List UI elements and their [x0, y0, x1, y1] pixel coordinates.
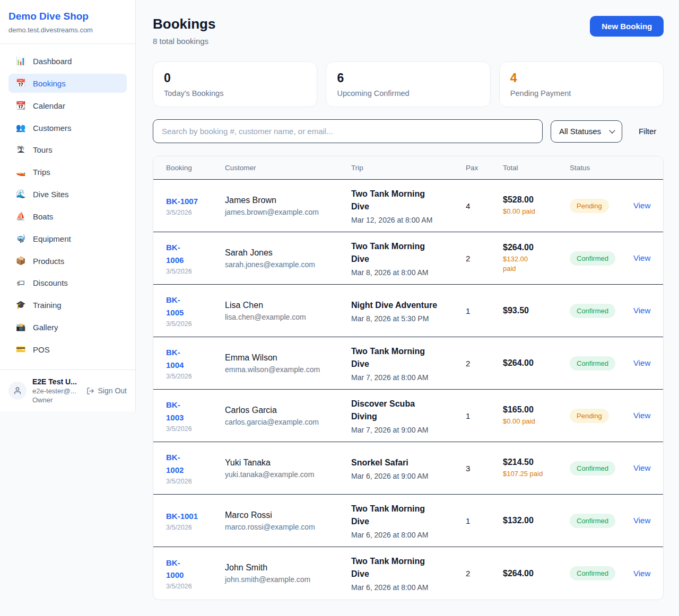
sidebar-item-label: POS	[33, 345, 50, 354]
sidebar-user-panel: E2E Test U... e2e-tester@... Owner Sign …	[0, 369, 135, 411]
sidebar-item-discounts[interactable]: 🏷Discounts	[8, 274, 127, 292]
status-badge: Confirmed	[570, 566, 615, 580]
status-select[interactable]: All Statuses	[551, 120, 622, 143]
filter-row: All Statuses Filter	[153, 119, 664, 143]
trip-cell: Two Tank Morning DiveMar 12, 2026 at 8:0…	[351, 188, 466, 224]
booking-date: 3/5/2026	[166, 583, 225, 590]
sidebar-item-label: Dashboard	[33, 57, 72, 66]
total-cell: $132.00	[503, 516, 570, 525]
sidebar-item-products[interactable]: 📦Products	[8, 251, 127, 270]
sidebar-item-label: Discounts	[33, 278, 68, 287]
view-link[interactable]: View	[633, 463, 650, 472]
trip-name: Two Tank Morning Dive	[351, 345, 440, 371]
search-input[interactable]	[153, 119, 543, 143]
table-row: BK-10033/5/2026Carlos Garciacarlos.garci…	[153, 390, 663, 442]
sidebar-item-bookings[interactable]: 📅Bookings	[8, 74, 127, 93]
total-cell: $93.50	[503, 306, 570, 315]
trip-datetime: Mar 7, 2026 at 8:00 AM	[351, 373, 466, 382]
calendar-icon: 📆	[15, 101, 26, 110]
view-link[interactable]: View	[633, 411, 650, 420]
user-email: e2e-tester@...	[32, 387, 77, 395]
booking-id-link[interactable]: BK-1000	[166, 557, 225, 582]
products-icon: 📦	[15, 256, 26, 266]
table-row: BK-10063/5/2026Sarah Jonessarah.jones@ex…	[153, 232, 663, 285]
sidebar-item-trips[interactable]: 🚤Trips	[8, 162, 127, 181]
status-badge: Confirmed	[570, 514, 615, 528]
sidebar-item-equipment[interactable]: 🤿Equipment	[8, 229, 127, 248]
sidebar-item-pos[interactable]: 💳POS	[8, 340, 127, 359]
trip-cell: Two Tank Morning DiveMar 8, 2026 at 8:00…	[351, 240, 466, 277]
customer-name: Emma Wilson	[225, 353, 351, 363]
view-link[interactable]: View	[633, 201, 650, 210]
sidebar-item-boats[interactable]: ⛵Boats	[8, 207, 127, 226]
trip-name: Two Tank Morning Dive	[351, 555, 440, 580]
action-cell: View	[633, 358, 650, 368]
total-amount: $132.00	[503, 516, 570, 525]
trip-cell: Two Tank Morning DiveMar 7, 2026 at 8:00…	[351, 345, 466, 382]
new-booking-button[interactable]: New Booking	[590, 16, 664, 37]
booking-id-link[interactable]: BK-1007	[166, 195, 225, 207]
paid-amount: $107.25 paid	[503, 469, 570, 479]
sidebar-nav: 📊Dashboard📅Bookings📆Calendar👥Customers🏝T…	[0, 44, 135, 369]
sidebar-item-label: Products	[33, 257, 64, 266]
booking-cell: BK-10053/5/2026	[166, 294, 225, 328]
booking-id-link[interactable]: BK-1003	[166, 399, 225, 424]
sidebar-item-dashboard[interactable]: 📊Dashboard	[8, 51, 127, 71]
sidebar-item-tours[interactable]: 🏝Tours	[8, 140, 127, 159]
status-cell: Confirmed	[570, 251, 633, 266]
total-amount: $165.00	[503, 405, 570, 415]
filter-button[interactable]: Filter	[639, 127, 656, 136]
trip-cell: Two Tank Morning DiveMar 6, 2026 at 8:00…	[351, 503, 466, 539]
paid-amount: $0.00 paid	[503, 207, 570, 216]
view-link[interactable]: View	[633, 358, 650, 367]
total-cell: $165.00$0.00 paid	[503, 405, 570, 426]
view-link[interactable]: View	[633, 253, 650, 262]
column-header-status: Status	[570, 164, 633, 172]
sidebar-item-label: Calendar	[33, 101, 65, 110]
booking-id-link[interactable]: BK-1002	[166, 451, 225, 476]
booking-date: 3/5/2026	[166, 373, 225, 380]
sidebar-item-label: Gallery	[33, 323, 58, 332]
gallery-icon: 📸	[15, 322, 26, 332]
stat-label: Upcoming Confirmed	[337, 89, 479, 98]
discounts-icon: 🏷	[15, 278, 26, 287]
stats-row: 0Today's Bookings6Upcoming Confirmed4Pen…	[153, 61, 664, 107]
status-cell: Confirmed	[570, 566, 633, 580]
sidebar-item-calendar[interactable]: 📆Calendar	[8, 96, 127, 115]
trip-datetime: Mar 6, 2026 at 9:00 AM	[351, 472, 466, 480]
action-cell: View	[633, 569, 650, 578]
table-header-row: BookingCustomerTripPaxTotalStatus	[153, 156, 663, 180]
stat-card-today-s-bookings: 0Today's Bookings	[153, 61, 317, 107]
sidebar-item-customers[interactable]: 👥Customers	[8, 118, 127, 137]
stat-value: 6	[337, 71, 479, 85]
user-role: Owner	[32, 396, 77, 404]
paid-amount: $0.00 paid	[503, 417, 570, 426]
sidebar-item-training[interactable]: 🎓Training	[8, 295, 127, 314]
sign-out-label: Sign Out	[98, 386, 127, 395]
view-link[interactable]: View	[633, 516, 650, 525]
sidebar-item-gallery[interactable]: 📸Gallery	[8, 318, 127, 337]
booking-id-link[interactable]: BK-1005	[166, 294, 225, 319]
stat-card-upcoming-confirmed: 6Upcoming Confirmed	[326, 61, 490, 107]
status-badge: Confirmed	[570, 356, 615, 371]
status-cell: Confirmed	[570, 514, 633, 528]
view-link[interactable]: View	[633, 306, 650, 315]
sidebar-item-dive-sites[interactable]: 🌊Dive Sites	[8, 184, 127, 204]
customer-cell: Yuki Tanakayuki.tanaka@example.com	[225, 458, 351, 479]
user-icon	[13, 386, 22, 395]
customer-email: john.smith@example.com	[225, 575, 351, 584]
booking-id-link[interactable]: BK-1004	[166, 346, 225, 371]
total-amount: $264.00	[503, 358, 570, 368]
booking-cell: BK-10043/5/2026	[166, 346, 225, 380]
trip-datetime: Mar 7, 2026 at 9:00 AM	[351, 426, 466, 434]
pax-count: 3	[466, 464, 503, 473]
training-icon: 🎓	[15, 300, 26, 310]
booking-id-link[interactable]: BK-1001	[166, 510, 225, 522]
booking-id-link[interactable]: BK-1006	[166, 241, 225, 266]
trip-name: Two Tank Morning Dive	[351, 188, 440, 213]
status-cell: Pending	[570, 409, 633, 423]
view-link[interactable]: View	[633, 569, 650, 578]
sign-out-button[interactable]: Sign Out	[86, 386, 127, 395]
action-cell: View	[633, 253, 650, 263]
booking-date: 3/5/2026	[166, 209, 225, 216]
